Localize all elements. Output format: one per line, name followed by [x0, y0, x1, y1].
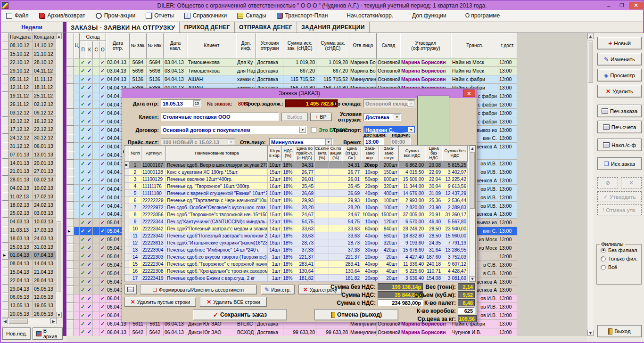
product-row[interactable]: 10 22223342 Печ.сдоб"Полезный завтрак"с … [124, 225, 475, 232]
new-week-button[interactable]: Нов.нед. [2, 327, 31, 340]
product-table-scrollbar[interactable]: ▲ ▼ [469, 146, 475, 282]
row-marker[interactable] [66, 58, 74, 67]
cancel-button[interactable]: Отмена (выход) [314, 309, 398, 320]
week-row[interactable]: 18.02.13 24.02.13 [2, 201, 57, 209]
radio-all[interactable]: Всё [601, 264, 641, 270]
approve-icon-button[interactable]: ⊘ [597, 177, 618, 188]
row-marker[interactable] [66, 286, 74, 294]
close-icon[interactable]: ✕ [629, 2, 643, 9]
calendar-icon[interactable]: 15 [193, 100, 200, 106]
week-row[interactable]: 08.10.12 14.10.12 [2, 41, 57, 50]
feed-time-field[interactable]: 00:00 [390, 138, 411, 146]
product-row[interactable]: 17 22223419 Печенье сдобное Ежики с вар.… [124, 275, 475, 282]
row-marker[interactable] [66, 252, 74, 261]
row-marker[interactable] [66, 84, 74, 92]
form-assortment-button[interactable]: ❏Формировать/Изменить ассортимент [140, 285, 257, 294]
week-row[interactable]: 04.03.13 10.03.13 [2, 218, 57, 226]
week-row[interactable]: 17.12.12 23.12.12 [2, 125, 57, 134]
week-row[interactable]: 15.04.13 21.04.13 [2, 268, 57, 277]
row-marker[interactable] [66, 185, 74, 193]
from-warehouse-select[interactable]: Основной склад▼ [363, 99, 415, 107]
ship-date-field[interactable]: 16.05.1315 [161, 99, 201, 107]
week-row[interactable]: 28.01.13 03.02.13 [2, 176, 57, 184]
table-row[interactable]: 03.04.13 5698 5698 03.04.13 Тимошенкова … [66, 67, 517, 75]
product-row[interactable]: 1 11000167 Печенье сдоб. Веер в шок.глаз… [124, 162, 475, 169]
maximize-icon[interactable]: ❐ [616, 2, 628, 9]
chevron-down-icon[interactable]: ▼ [394, 114, 400, 120]
week-row[interactable]: 18.03.13 24.03.13 [2, 234, 57, 243]
bonus-checkbox[interactable] [311, 127, 316, 132]
radio-no-branches[interactable]: Без филиал. [601, 247, 641, 253]
scroll-up-icon[interactable]: ▲ [587, 33, 594, 39]
tab[interactable]: ЗАКАЗЫ - ЗАЯВКИ НА ОТГРУЗКУ [66, 22, 180, 33]
row-marker[interactable] [66, 219, 74, 227]
product-row[interactable]: 3 11100129 Печенье овсяное 12шт*400гр. 1… [124, 176, 475, 183]
row-marker[interactable] [66, 67, 74, 75]
chevron-down-icon[interactable]: ▼ [325, 139, 332, 145]
week-row-marker[interactable] [2, 226, 8, 235]
to-archive-button[interactable]: В архив [33, 327, 63, 340]
chevron-down-icon[interactable]: ▼ [408, 100, 414, 106]
week-row-marker[interactable] [2, 218, 8, 226]
week-row[interactable]: 11.02.13 17.02.13 [2, 192, 57, 201]
week-row[interactable]: 21.01.13 27.01.13 [2, 167, 57, 176]
menu-item[interactable]: Доп.функции [398, 10, 452, 21]
chevron-down-icon[interactable]: ▼ [299, 127, 306, 133]
waybill-button[interactable]: Накл./с-ф [597, 139, 642, 151]
print-button[interactable] [124, 285, 137, 294]
week-row[interactable]: 05.11.12 11.11.12 [2, 75, 57, 83]
product-row[interactable]: 8 22223056 Печ.сдоб."Творожное"с творожн… [124, 211, 475, 218]
week-row-marker[interactable] [2, 310, 8, 318]
week-row-marker[interactable] [2, 176, 8, 184]
row-marker[interactable] [66, 244, 74, 253]
week-row-marker[interactable] [2, 150, 8, 159]
week-row-marker[interactable] [2, 108, 8, 117]
week-row[interactable]: 12.11.12 18.11.12 [2, 83, 57, 92]
menu-item[interactable]: О программе [452, 10, 505, 21]
minimize-icon[interactable]: – [603, 2, 615, 9]
scroll-down-icon[interactable]: ▼ [470, 276, 475, 282]
product-row[interactable]: 12 22223613 Печ.сдоб."Итальянские сухари… [124, 239, 475, 246]
week-row[interactable]: 26.11.12 02.12.12 [2, 100, 57, 109]
tab[interactable]: ПРИХОД ДЕНЕГ [180, 22, 235, 33]
week-row[interactable]: 07.01.13 13.01.13 [2, 150, 57, 159]
delete-empty-rows-button[interactable]: ✕Удалить пустые строки [124, 297, 196, 307]
print-order-button[interactable]: Печ.заказа [597, 105, 642, 117]
row-marker[interactable] [66, 100, 74, 109]
source-order-button[interactable]: ❐Исх.заказ [597, 157, 642, 170]
row-marker[interactable] [66, 210, 74, 219]
week-row[interactable]: 03.12.12 09.12.12 [2, 108, 57, 117]
week-row-marker[interactable] [2, 66, 8, 75]
week-row-marker[interactable] [2, 276, 8, 285]
chevron-down-icon[interactable]: ▼ [228, 139, 234, 145]
product-row[interactable]: 14 22222303 Печенье сдоб.со вкусом творо… [124, 253, 475, 261]
row-marker[interactable] [66, 269, 74, 278]
row-marker[interactable] [66, 134, 74, 143]
row-marker[interactable] [66, 193, 74, 202]
menu-item[interactable]: Файл [1, 10, 34, 21]
weeks-scrollbar[interactable]: ▲ ▼ [56, 33, 62, 318]
row-marker[interactable] [66, 294, 74, 303]
scroll-left-icon[interactable]: ◀ [2, 318, 8, 324]
week-row[interactable]: 22.04.13 28.04.13 [2, 276, 57, 285]
row-marker[interactable] [66, 143, 74, 151]
row-marker[interactable] [66, 168, 74, 177]
week-row-marker[interactable] [2, 92, 8, 100]
new-button[interactable]: +Новый [597, 37, 642, 49]
week-row[interactable]: 20.05.13 26.05.13 [2, 310, 57, 318]
close-icon[interactable]: ✕ [463, 90, 475, 97]
week-row-marker[interactable] [2, 75, 8, 83]
product-row[interactable]: 7 22222972 Печ.сдоб. Особое"Овсяное"с ку… [124, 204, 475, 211]
scroll-down-icon[interactable]: ▼ [56, 312, 62, 318]
week-row-marker[interactable] [2, 260, 8, 268]
menu-item[interactable]: Транспорт-План [272, 10, 333, 21]
unapprove-button[interactable]: !Отмена утв. [597, 204, 642, 215]
row-marker[interactable] [66, 75, 74, 84]
week-row-marker[interactable] [2, 243, 8, 251]
row-marker[interactable] [66, 328, 74, 336]
week-row[interactable]: 24.12.12 30.12.12 [2, 134, 57, 142]
row-marker[interactable] [66, 176, 74, 185]
week-row-marker[interactable] [2, 100, 8, 109]
table-row[interactable]: 03.04.13 5694 5694 03.04.13 Тимошенкова … [66, 58, 517, 67]
row-marker[interactable] [66, 92, 74, 101]
